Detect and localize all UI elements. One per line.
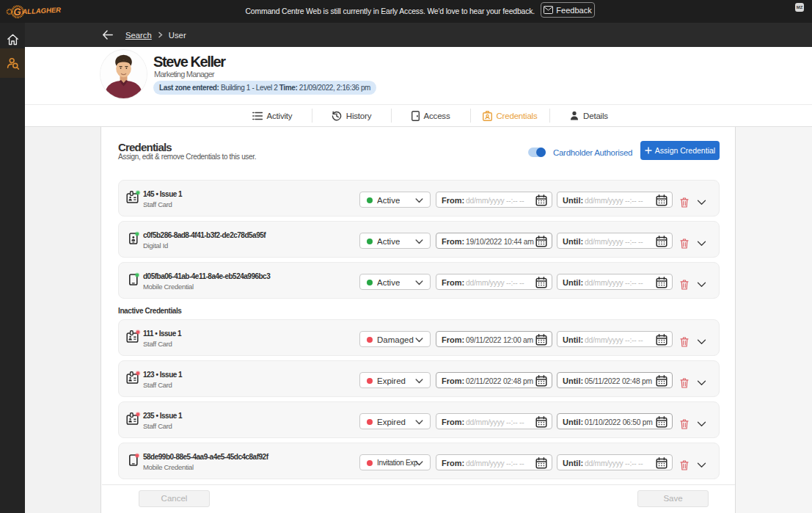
svg-text:ALLAGHER: ALLAGHER <box>21 6 61 16</box>
svg-text:G: G <box>13 7 22 18</box>
